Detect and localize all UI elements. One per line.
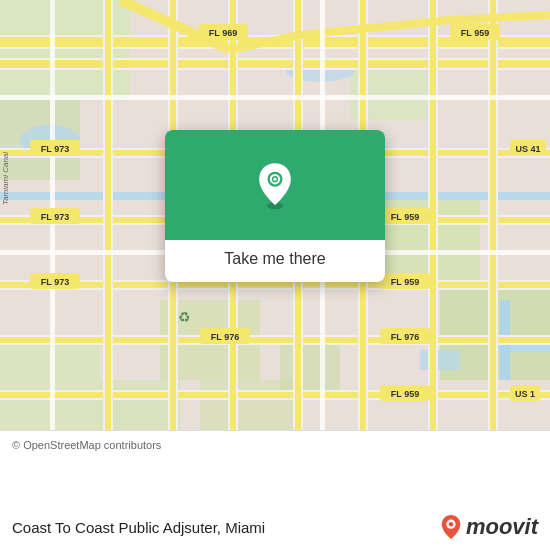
svg-point-87 xyxy=(449,522,454,527)
take-me-there-button[interactable]: Take me there xyxy=(224,250,325,268)
svg-text:FL 959: FL 959 xyxy=(391,277,419,287)
svg-rect-21 xyxy=(0,60,550,68)
svg-text:FL 973: FL 973 xyxy=(41,277,69,287)
svg-point-85 xyxy=(273,178,276,181)
svg-rect-29 xyxy=(0,337,550,343)
svg-text:FL 959: FL 959 xyxy=(391,212,419,222)
map-container: FL 969 FL 959 FL 973 FL 973 FL 973 FL 97… xyxy=(0,0,550,430)
bottom-info-bar: © OpenStreetMap contributors Coast To Co… xyxy=(0,430,550,550)
svg-text:FL 969: FL 969 xyxy=(209,28,237,38)
svg-text:US 1: US 1 xyxy=(515,389,535,399)
location-pin-icon xyxy=(250,160,300,210)
moovit-logo: moovit xyxy=(440,514,538,540)
place-name: Coast To Coast Public Adjsuter, Miami xyxy=(12,519,265,536)
place-row: Coast To Coast Public Adjsuter, Miami mo… xyxy=(12,514,538,540)
moovit-brand-text: moovit xyxy=(466,514,538,540)
svg-rect-33 xyxy=(105,0,111,430)
copyright-text: © OpenStreetMap contributors xyxy=(12,439,538,451)
svg-text:FL 959: FL 959 xyxy=(391,389,419,399)
svg-text:Tamiami Canal: Tamiami Canal xyxy=(1,152,10,205)
svg-text:FL 973: FL 973 xyxy=(41,144,69,154)
svg-rect-43 xyxy=(430,0,436,430)
svg-rect-27 xyxy=(0,282,550,288)
svg-rect-17 xyxy=(420,350,460,370)
svg-text:FL 976: FL 976 xyxy=(211,332,239,342)
svg-text:FL 959: FL 959 xyxy=(461,28,489,38)
card-header xyxy=(165,130,385,240)
svg-line-49 xyxy=(450,15,550,20)
svg-text:US 41: US 41 xyxy=(515,144,540,154)
svg-rect-31 xyxy=(0,392,550,398)
svg-text:FL 973: FL 973 xyxy=(41,212,69,222)
svg-rect-50 xyxy=(0,95,550,100)
svg-rect-10 xyxy=(200,380,300,430)
card-action[interactable]: Take me there xyxy=(165,240,385,282)
moovit-pin-icon xyxy=(440,514,462,540)
svg-rect-45 xyxy=(490,0,496,430)
svg-text:FL 976: FL 976 xyxy=(391,332,419,342)
location-card: Take me there xyxy=(165,130,385,282)
svg-text:♻: ♻ xyxy=(178,309,191,325)
